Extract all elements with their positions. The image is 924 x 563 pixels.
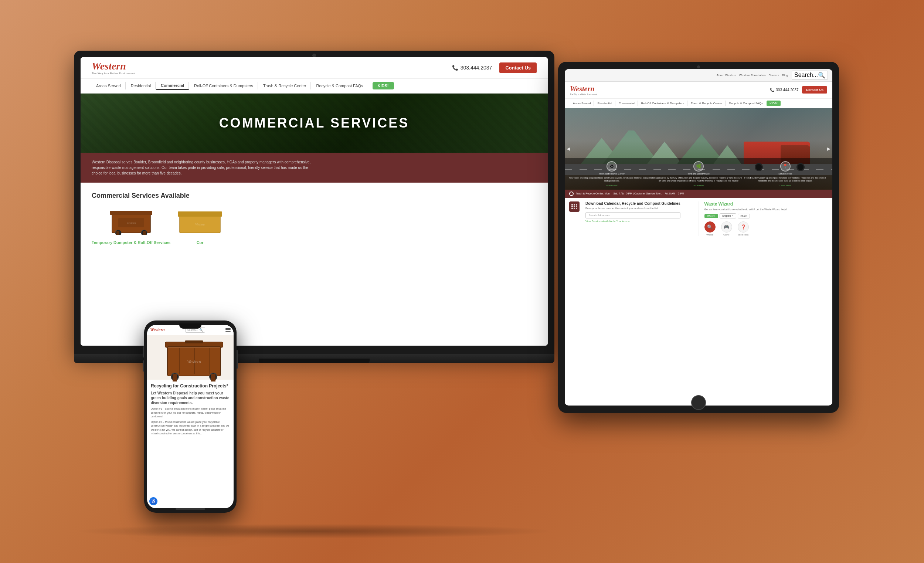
phone-icon: 📞 <box>452 65 458 71</box>
tablet-blog-link[interactable]: Blog <box>782 74 788 77</box>
laptop-body: Western The Way to a Better Environment … <box>74 51 554 354</box>
phone-notch <box>179 323 201 329</box>
wizard-btn[interactable]: Wizard <box>705 214 718 218</box>
tablet-nav-commercial[interactable]: Commercial <box>616 101 638 106</box>
laptop-nav-recycle[interactable]: Recycle & Compost FAQs <box>312 82 368 90</box>
laptop-dumpster-img: Western <box>109 207 153 237</box>
wizard-icon-wizard: 🔍 Wizard <box>705 221 716 236</box>
laptop-camera <box>312 54 316 57</box>
calendar-icon <box>569 201 579 212</box>
cal-dot <box>574 204 575 206</box>
tablet-calendar-section: Download Calendar, Recycle and Compost G… <box>569 201 693 236</box>
yard-icon-circle: 🌿 <box>693 161 704 171</box>
laptop-kids-button[interactable]: KIDS! <box>372 82 394 90</box>
phone-search-icon: 🔍 <box>199 328 203 332</box>
phone-content-subtitle: Let Western Disposal help you meet your … <box>151 391 230 405</box>
tablet-search-icon: 🔍 <box>818 72 825 79</box>
service-icon-desc: From Boulder County up into Nederland ou… <box>742 177 829 183</box>
prev-arrow-icon[interactable]: ◄ <box>566 146 572 152</box>
laptop-nav-commercial[interactable]: Commercial <box>156 82 189 90</box>
tablet-kids-button[interactable]: KIDS! <box>766 101 781 106</box>
laptop-phone-number: 303.444.2037 <box>460 65 492 71</box>
laptop-nav-trash[interactable]: Trash & Recycle Center <box>259 82 311 90</box>
phone-dumpster-image: Western <box>165 339 216 376</box>
cal-dot <box>576 206 578 207</box>
tablet-phone-icon: 📞 <box>770 88 774 92</box>
tablet-about-link[interactable]: About Western <box>717 74 736 77</box>
hamburger-line-3 <box>225 331 231 332</box>
tablet-home-button[interactable] <box>691 395 706 410</box>
phone-dumpster-section: Western <box>147 335 234 380</box>
cal-icon-grid <box>572 204 578 209</box>
cal-dot <box>574 206 575 207</box>
laptop-nav-areas[interactable]: Areas Served <box>92 82 126 90</box>
tablet-hours-text: Trash & Recycle Center: Mon. – Sat. 7 AM… <box>576 192 684 195</box>
laptop-logo-area: Western The Way to a Better Environment <box>92 61 136 75</box>
cal-dot <box>572 206 573 207</box>
tablet-hours-bar: Trash & Recycle Center: Mon. – Sat. 7 AM… <box>565 190 832 198</box>
wizard-circle-help[interactable]: ❓ <box>738 221 749 233</box>
svg-rect-19 <box>172 374 177 381</box>
phone-option-2: Option #2 – Mixed construction waste: pl… <box>151 420 230 436</box>
tablet-careers-link[interactable]: Careers <box>769 74 779 77</box>
view-services-link[interactable]: View Services Available In Your Area » <box>585 220 680 222</box>
laptop-contact-button[interactable]: Contact Us <box>500 63 537 73</box>
yard-learn-more[interactable]: Learn More <box>693 185 705 187</box>
tablet-logo-sub: The Way to a Better Environment <box>570 93 597 95</box>
laptop-service-card-2: Western Cor <box>178 207 222 245</box>
hamburger-menu-icon[interactable] <box>225 328 231 332</box>
laptop-dark-section: Western Disposal serves Boulder, Broomfi… <box>81 153 548 183</box>
tablet-nav-recycle[interactable]: Recycle & Compost FAQs <box>726 101 766 106</box>
tablet-contact-button[interactable]: Contact Us <box>802 86 827 93</box>
laptop-service-link-1[interactable]: Temporary Dumpster & Roll-Off Services <box>92 240 170 245</box>
calendar-search-box[interactable]: Search Addresses <box>585 212 680 218</box>
accessibility-icon[interactable]: ♿ <box>149 497 158 505</box>
svg-rect-15 <box>209 348 210 374</box>
wizard-label-wizard: Wizard <box>706 234 713 236</box>
tablet-search-bar[interactable]: Search... 🔍 <box>792 71 828 80</box>
laptop-service-link-2[interactable]: Cor <box>196 240 204 245</box>
svg-text:Western: Western <box>187 359 201 364</box>
svg-text:Western: Western <box>126 221 136 225</box>
laptop-header: Western The Way to a Better Environment … <box>81 57 548 79</box>
tablet-wizard-section: Waste Wizard Got an item you don't know … <box>699 201 828 236</box>
hero-icon-trash: ♻ Trash and Recycle Center Your local, o… <box>568 161 655 186</box>
cal-dot <box>572 204 573 206</box>
hero-icon-service: 📍 Service Areas From Boulder County up i… <box>742 161 829 186</box>
wizard-icon-game: 🎮 Game <box>721 221 732 236</box>
tablet-nav-residential[interactable]: Residential <box>594 101 615 106</box>
tablet-nav-rolloff[interactable]: Roll-Off Containers & Dumpsters <box>638 101 687 106</box>
laptop-services-section: Commercial Services Available <box>81 183 548 254</box>
laptop-nav-residential[interactable]: Residential <box>126 82 156 90</box>
tablet-foundation-link[interactable]: Western Foundation <box>739 74 766 77</box>
laptop-dumpster-img-2: Western <box>178 207 222 237</box>
laptop-header-right: 📞 303.444.2037 Contact Us <box>452 63 537 73</box>
next-arrow-icon[interactable]: ► <box>826 146 832 152</box>
tablet-nav-areas[interactable]: Areas Served <box>570 101 594 106</box>
laptop-nav: Areas Served Residential Commercial Roll… <box>81 79 548 93</box>
trash-learn-more[interactable]: Learn More <box>606 185 618 187</box>
calendar-inner: Download Calendar, Recycle and Compost G… <box>569 201 693 223</box>
svg-text:Western: Western <box>195 223 204 226</box>
laptop-services-grid: Western Temporary Dumpster & Roll-Off Se… <box>92 207 537 245</box>
trash-icon-title: Trash and Recycle Center <box>599 173 625 176</box>
trash-icon-circle: ♻ <box>606 161 617 171</box>
yard-icon-title: Yard and Wood Waste <box>687 173 710 176</box>
tablet-nav-trash[interactable]: Trash & Recycle Center <box>688 101 726 106</box>
wizard-bar: Wizard English ✓ Share <box>705 213 828 218</box>
service-learn-more[interactable]: Learn More <box>780 185 791 187</box>
wizard-circle-game[interactable]: 🎮 <box>721 221 732 233</box>
wizard-lang-btn[interactable]: English ✓ <box>720 213 736 218</box>
wizard-label-game: Game <box>723 234 729 236</box>
laptop-nav-rolloff[interactable]: Roll-Off Containers & Dumpsters <box>190 82 258 90</box>
wizard-icon-help: ❓ Need Help? <box>738 221 750 236</box>
svg-rect-9 <box>178 212 222 217</box>
laptop-dumpster-svg: Western <box>109 207 153 235</box>
svg-rect-21 <box>185 341 203 344</box>
clock-icon <box>569 192 574 196</box>
service-icon-title: Service Areas <box>778 173 792 176</box>
wizard-circle-active[interactable]: 🔍 <box>705 221 716 233</box>
wizard-share-btn[interactable]: Share <box>738 214 750 218</box>
hamburger-line-2 <box>225 329 231 330</box>
service-icon-circle: 📍 <box>780 161 790 171</box>
